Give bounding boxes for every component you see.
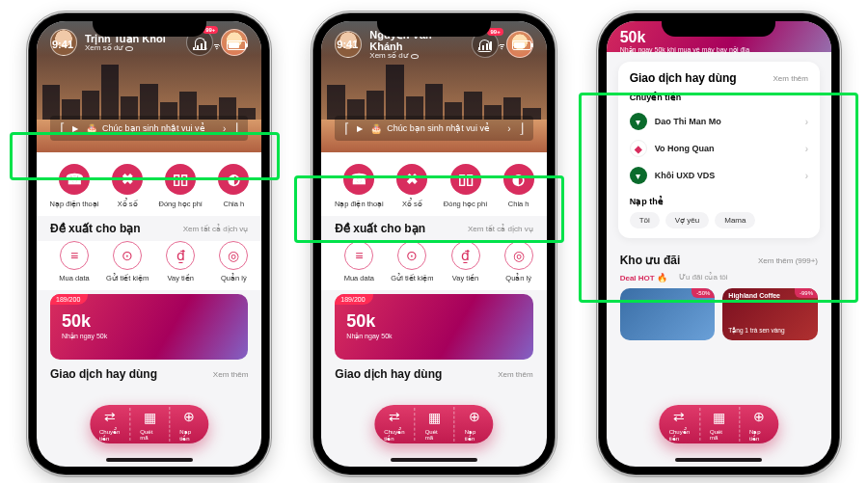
contact-row[interactable]: ▾Dao Thi Man Mo›: [630, 108, 808, 135]
transfer-icon: ⇄: [385, 407, 404, 426]
birthday-banner[interactable]: ⌈ ▶ 🎂Chúc bạn sinh nhật vui vẻ › ⌋: [335, 116, 532, 141]
status-time: 9:41: [337, 39, 358, 50]
promo-card[interactable]: 189/200 50k Nhận ngay 50k: [335, 294, 532, 360]
suggest-data[interactable]: ≡Mua data: [335, 241, 383, 282]
promo-title: 50k: [346, 311, 375, 332]
quick-tuition[interactable]: ▯▯Đóng học phí: [442, 164, 490, 208]
fab-topup[interactable]: ⊕Nạp tiền: [454, 407, 484, 442]
suggest-loan[interactable]: ₫Vay tiền: [156, 241, 204, 282]
suggest-manage[interactable]: ◎Quản lý: [495, 241, 543, 282]
fab-scan[interactable]: ▦Quét mã: [699, 408, 729, 441]
fab-transfer[interactable]: ⇄Chuyển tiền: [99, 407, 120, 442]
freq-more-link[interactable]: Xem thêm: [213, 370, 248, 379]
freq-title: Giao dịch hay dùng: [50, 367, 157, 381]
fab-topup[interactable]: ⊕Nạp tiền: [739, 407, 769, 442]
quick-split[interactable]: ◐Chia h: [209, 164, 258, 208]
loan-icon: ₫: [451, 241, 480, 270]
chips: Tôi Vợ yêu Mama: [630, 212, 808, 228]
freq-card: Giao dịch hay dùng Xem thêm Chuyển tiền …: [618, 62, 820, 238]
quick-tuition[interactable]: ▯▯Đóng học phí: [156, 164, 204, 208]
suggest-head: Đề xuất cho bạn Xem tất cả dịch vụ: [321, 216, 546, 241]
freq-head: Giao dịch hay dùng Xem thêm: [37, 360, 261, 383]
transfer-icon: ⇄: [669, 407, 689, 426]
chart-icon: ≡: [60, 241, 89, 270]
tab-hot[interactable]: Deal HOT 🔥: [620, 273, 667, 282]
chip-item[interactable]: Vợ yêu: [665, 212, 709, 228]
contact-row[interactable]: ▾Khôi UXD VDS›: [630, 162, 808, 189]
suggest-savings[interactable]: ⊙Gửi tiết kiệm: [103, 241, 151, 282]
phone-1: 9:41 Trịnh Tuấn Khôi Xem số dư 99+: [29, 13, 269, 474]
quick-split[interactable]: ◐Chia h: [495, 164, 543, 208]
hero-skyline: [37, 62, 261, 120]
fab-topup[interactable]: ⊕Nạp tiền: [169, 407, 199, 442]
promo-sub: Nhận ngay 50k: [62, 333, 107, 340]
sub-topup: Nạp thẻ: [630, 197, 808, 206]
quick-lottery[interactable]: ✖Xổ số: [103, 164, 151, 208]
loan-icon: ₫: [166, 241, 195, 270]
quick-actions: ☎Nạp điện thoại ✖Xổ số ▯▯Đóng học phí ◐C…: [321, 152, 546, 216]
deals-head: Kho ưu đãi Xem thêm (999+): [607, 248, 831, 273]
offer-card[interactable]: -50%: [620, 288, 716, 340]
contact-row[interactable]: ◆Vo Hong Quan›: [630, 135, 808, 162]
fab-scan[interactable]: ▦Quét mã: [129, 408, 159, 441]
suggest-more-link[interactable]: Xem tất cả dịch vụ: [183, 225, 249, 233]
qr-icon: ▦: [710, 408, 729, 427]
quick-lottery[interactable]: ✖Xổ số: [388, 164, 436, 208]
chevron-right-icon: ›: [507, 123, 510, 134]
promo-card[interactable]: 189/200 50k Nhận ngay 50k: [50, 294, 248, 360]
hero: 9:41 Nguyễn Văn Khánh Xem số dư 99+: [321, 21, 546, 152]
freq-more-link[interactable]: Xem thêm: [773, 74, 808, 83]
offer-card[interactable]: Highland Coffee -99% Tặng 1 trà sen vàng: [722, 288, 818, 340]
chevron-right-icon: ›: [805, 117, 808, 127]
offer-brand: Highland Coffee: [728, 292, 780, 299]
deals-more-link[interactable]: Xem thêm (999+): [758, 256, 818, 265]
battery-icon: [512, 40, 531, 50]
bank-icon: ◆: [630, 140, 647, 157]
chip-item[interactable]: Mama: [715, 212, 755, 228]
suggest-more-link[interactable]: Xem tất cả dịch vụ: [468, 225, 533, 233]
qr-icon: ▦: [425, 408, 445, 427]
quick-topup-phone[interactable]: ☎Nạp điện thoại: [50, 164, 98, 208]
qr-icon: ▦: [140, 408, 159, 427]
suggest-loan[interactable]: ₫Vay tiền: [442, 241, 490, 282]
promo-title: 50k: [62, 311, 91, 332]
suggest-data[interactable]: ≡Mua data: [50, 241, 98, 282]
screen: 9:41 50k Nhận ngay 50k khi mua vé máy ba…: [607, 21, 831, 467]
screen: 9:41 Nguyễn Văn Khánh Xem số dư 99+: [321, 21, 546, 467]
birthday-text: Chúc bạn sinh nhật vui vẻ: [102, 123, 205, 133]
play-icon: ▶: [357, 124, 363, 133]
freq-card-head: Giao dịch hay dùng Xem thêm: [630, 71, 808, 85]
birthday-text: Chúc bạn sinh nhật vui vẻ: [387, 123, 490, 133]
cake-icon: 🎂: [370, 123, 382, 134]
quick-actions: ☎Nạp điện thoại ✖Xổ số ▯▯Đóng học phí ◐C…: [37, 152, 261, 216]
book-icon: ▯▯: [165, 164, 196, 195]
quick-topup-phone[interactable]: ☎Nạp điện thoại: [335, 164, 383, 208]
bank-icon: ▾: [630, 113, 647, 130]
suggest-savings[interactable]: ⊙Gửi tiết kiệm: [388, 241, 436, 282]
screen: 9:41 Trịnh Tuấn Khôi Xem số dư 99+: [37, 21, 261, 467]
suggest-head: Đề xuất cho bạn Xem tất cả dịch vụ: [37, 216, 261, 241]
notch: [662, 13, 775, 37]
stage: 9:41 Trịnh Tuấn Khôi Xem số dư 99+: [0, 0, 868, 483]
eye-icon: [411, 54, 419, 59]
fab-scan[interactable]: ▦Quét mã: [415, 408, 445, 441]
target-icon: ◎: [504, 241, 533, 270]
fab-transfer[interactable]: ⇄Chuyển tiền: [669, 407, 690, 442]
fab-transfer[interactable]: ⇄Chuyển tiền: [384, 407, 404, 442]
balance-toggle[interactable]: Xem số dư: [369, 52, 463, 61]
offer-sub: Tặng 1 trà sen vàng: [728, 327, 784, 335]
freq-head: Giao dịch hay dùng Xem thêm: [321, 360, 546, 383]
freq-more-link[interactable]: Xem thêm: [498, 370, 532, 379]
tab-mine[interactable]: Ưu đãi của tôi: [679, 273, 728, 282]
promo-tag: 189/200: [50, 294, 88, 305]
chevron-right-icon: ›: [223, 123, 226, 134]
birthday-banner[interactable]: ⌈ ▶ 🎂Chúc bạn sinh nhật vui vẻ › ⌋: [50, 116, 248, 141]
bank-icon: ▾: [630, 167, 647, 184]
wifi-icon: [210, 41, 223, 50]
wifi-icon: [496, 41, 508, 50]
suggest-manage[interactable]: ◎Quản lý: [209, 241, 258, 282]
freq-title: Giao dịch hay dùng: [335, 367, 442, 381]
chip-item[interactable]: Tôi: [630, 212, 660, 228]
hero-skyline: [321, 62, 546, 120]
signal-icon: [478, 41, 492, 50]
